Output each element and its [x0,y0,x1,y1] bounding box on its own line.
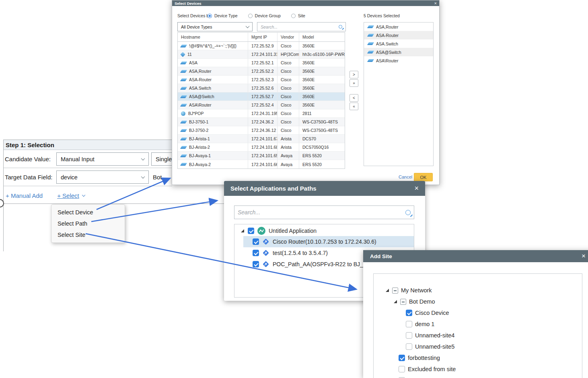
device-model: 3560E [299,76,345,84]
device-table-row[interactable]: BJ-Avaya-1 172.24.101.65 Avaya ERS 5520 [178,152,345,160]
menu-item[interactable]: Select Path [51,218,125,229]
menu-item[interactable]: Select Device [51,207,125,218]
site-tree-row[interactable]: forbottesting [374,352,582,364]
column-header-hostname[interactable]: Hostname [178,33,248,41]
device-table-row[interactable]: BJ*POP 172.24.31.195 Cisco 2811 [178,109,345,118]
device-vendor: Cisco [278,76,299,84]
column-header-model[interactable]: Model [299,33,345,41]
device-search-input[interactable] [257,25,339,29]
switch-icon [180,121,187,123]
select-link[interactable]: + Select [57,192,79,199]
site-tree-row[interactable]: Bot Demo [374,296,582,307]
radio-button[interactable] [248,14,253,18]
applications-search-input[interactable] [234,209,405,216]
device-table-row[interactable]: BJ-3750-2 172.24.36.12 Cisco WS-C3750G-4… [178,126,345,135]
device-table-row[interactable]: 11 172.24.101.31 HP(3Com) hh3c-s5100-16P… [178,50,345,59]
column-header-vendor[interactable]: Vendor [278,33,299,41]
device-table-row[interactable]: BJ-3750-1 172.24.36.2 Cisco WS-C3750G-48… [178,118,345,126]
device-table-row[interactable]: BJ-Avaya-2 172.24.101.66 Avaya ERS 5520 [178,160,345,168]
device-vendor: Cisco [278,109,299,117]
step1-selection-panel: Step 1: Selection Candidate Value: Manua… [3,140,172,186]
checkbox[interactable] [253,250,259,256]
candidate-value-dropdown[interactable]: Manual Input [56,152,149,166]
search-icon[interactable] [339,25,342,29]
menu-item[interactable]: Select Site [51,229,125,240]
site-tree-row[interactable]: Unnamed-site5 [374,341,582,352]
selected-device-row[interactable]: ASA-Router [364,31,433,39]
close-icon[interactable]: × [414,184,419,193]
move-left-button[interactable]: < [350,94,358,102]
selected-device-name: ASA\Router [376,58,398,63]
device-table-row[interactable]: BJ-Arista-2 172.24.101.68 Arista DCS7050… [178,143,345,152]
checkbox[interactable] [253,238,259,245]
collapse-minus-icon[interactable] [400,299,406,305]
manual-add-link[interactable]: + Manual Add [6,192,43,199]
device-table-row[interactable]: ASA 172.25.52.1 Cisco 3560E [178,59,345,67]
ok-button[interactable]: OK [414,173,433,181]
device-model: 3560E [299,59,345,67]
path-icon [262,249,269,257]
checkbox[interactable] [406,332,412,339]
search-icon[interactable] [405,210,411,215]
device-table-row[interactable]: BJ-Arista-1 172.24.101.67 Arista DCS70 [178,135,345,143]
selected-device-row[interactable]: ASA@Switch [364,48,433,56]
switch-icon [180,70,187,73]
checkbox[interactable] [399,366,405,372]
candidate-value-row: Candidate Value: Manual Input Single C [3,150,172,168]
device-search-box [257,22,346,31]
checkbox[interactable] [248,228,254,234]
selected-device-row[interactable]: ASA,Router [364,23,433,31]
checkbox[interactable] [399,355,405,361]
device-type-filter-dropdown[interactable]: All Device Types [177,22,253,31]
device-model: WS-C3750G-48TS [299,118,345,126]
device-table-row[interactable]: !@#$%^&*()_-=+~`:;'|\/[]{} 172.25.52.9 C… [178,42,345,50]
path-icon [262,261,269,268]
checkbox[interactable] [406,321,412,327]
tree-expander-icon[interactable] [241,229,245,233]
move-all-left-button[interactable]: « [350,103,358,110]
checkbox[interactable] [406,343,412,350]
site-label: forbottesting [408,355,440,361]
device-model: 2811 [299,109,345,117]
device-table-row[interactable]: ASA\Router 172.25.52.4 Cisco 3560E [178,101,345,109]
path-label: POC_Path_AA(OSPFv3-R22 to BJ_L2_C [273,261,376,267]
device-table-row[interactable]: ASA@Switch 172.25.52.7 Cisco 3560E [178,92,345,101]
close-icon[interactable]: × [434,1,437,6]
device-table-row[interactable]: ASA-Router 172.25.52.3 Cisco 3560E [178,76,345,84]
site-tree-row[interactable]: Cisco Device [374,307,582,318]
site-tree-row[interactable]: Unnamed-site4 [374,330,582,341]
device-hostname: ASA [189,60,197,65]
device-hostname: !@#$%^&*()_-=+~`:;'|\/[]{} [189,43,236,48]
checkbox[interactable] [406,310,412,316]
selected-device-row[interactable]: ASA\Router [364,56,433,65]
column-header-mgmt-ip[interactable]: Mgmt IP [248,33,278,41]
device-table-row[interactable]: ASA,Router 172.25.52.2 Cisco 3560E [178,67,345,76]
device-model: ERS 5520 [299,152,345,160]
site-tree-row[interactable]: demo 1 [374,318,582,330]
path-row[interactable]: Cisco Router(10.10.7.253 to 172.24.30.6) [243,236,414,247]
radio-button[interactable] [208,14,212,18]
tree-expander-icon[interactable] [394,300,397,304]
radio-button[interactable] [291,14,296,18]
device-hostname: BJ*POP [188,111,204,116]
tree-expander-icon[interactable] [386,289,389,292]
switch-icon [180,45,187,47]
device-mgmt-ip: 172.25.52.3 [248,76,278,84]
move-all-right-button[interactable]: » [350,79,358,87]
candidate-value-label: Candidate Value: [5,156,51,162]
collapse-minus-icon[interactable] [392,288,398,294]
move-right-button[interactable]: > [350,71,358,78]
close-icon[interactable]: × [582,252,586,260]
cancel-button[interactable]: Cancel [399,175,412,179]
site-tree-row[interactable]: Unassigned [374,375,582,378]
switch-icon [367,59,374,62]
site-tree-row[interactable]: Excluded from site [374,364,582,375]
target-data-field-dropdown[interactable]: device [56,171,149,184]
device-table-row[interactable]: ASA.Switch 172.25.52.6 Cisco 3560E [178,84,345,92]
site-tree-row[interactable]: My Network [374,285,582,296]
application-root-row[interactable]: Untitled Application [234,226,414,236]
path-icon [262,238,269,245]
checkbox[interactable] [253,261,259,267]
switch-icon [180,95,187,98]
selected-device-row[interactable]: ASA.Switch [364,39,433,48]
